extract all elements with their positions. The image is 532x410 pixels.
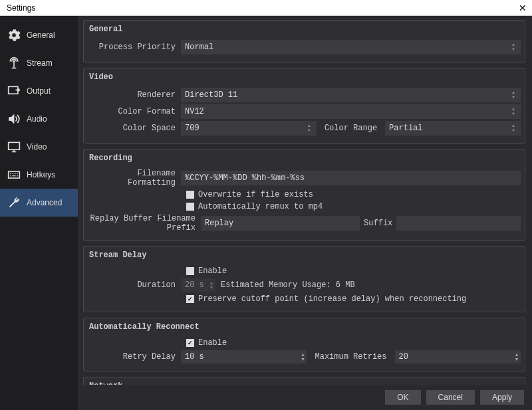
- section-recording: Recording Filename Formatting Overwrite …: [83, 149, 525, 241]
- label-overwrite: Overwrite if file exists: [198, 190, 313, 199]
- spin-max-retries[interactable]: ▲▼: [395, 350, 521, 363]
- input-replay-prefix[interactable]: [201, 216, 360, 231]
- section-title: Network: [88, 380, 521, 385]
- chevron-updown-icon: ▲▼: [513, 352, 521, 361]
- section-title: Stream Delay: [88, 249, 521, 264]
- antenna-icon: [7, 56, 21, 70]
- close-icon[interactable]: ✕: [517, 3, 528, 13]
- input-suffix[interactable]: [396, 216, 521, 231]
- row-enable-reconnect: Enable: [186, 338, 521, 348]
- section-title: Automatically Reconnect: [88, 321, 521, 336]
- label-mem-usage: Estimated Memory Usage: 6 MB: [221, 280, 355, 290]
- row-overwrite: Overwrite if file exists: [186, 190, 521, 199]
- select-color-space[interactable]: 709 ▲▼: [181, 121, 317, 136]
- row-color-format: Color Format NV12 ▲▼: [88, 104, 521, 119]
- select-color-range[interactable]: Partial ▲▼: [385, 121, 521, 136]
- sidebar-item-advanced[interactable]: Advanced: [0, 189, 78, 217]
- row-filename-formatting: Filename Formatting: [88, 169, 521, 187]
- chevron-updown-icon: ▲▼: [306, 124, 313, 133]
- label-suffix: Suffix: [360, 219, 396, 228]
- checkbox-enable-stream-delay[interactable]: [186, 267, 194, 275]
- sidebar-item-label: Video: [27, 142, 47, 152]
- apply-button[interactable]: Apply: [480, 390, 524, 405]
- select-value: Normal: [185, 43, 213, 52]
- label-color-range: Color Range: [321, 124, 381, 133]
- label-filename-formatting: Filename Formatting: [88, 169, 181, 187]
- wrench-icon: [7, 195, 21, 210]
- section-auto-reconnect: Automatically Reconnect Enable Retry Del…: [83, 318, 525, 371]
- label-duration: Duration: [88, 280, 181, 290]
- chevron-updown-icon: ▲▼: [510, 91, 517, 100]
- sidebar: General Stream Output Audio Video: [0, 16, 78, 410]
- cancel-button[interactable]: Cancel: [426, 390, 475, 405]
- sidebar-item-stream[interactable]: Stream: [0, 49, 78, 77]
- checkbox-enable-reconnect[interactable]: [186, 339, 194, 347]
- spin-duration[interactable]: ▲▼: [181, 278, 215, 292]
- chevron-updown-icon: ▲▼: [207, 280, 215, 290]
- sidebar-item-label: Advanced: [27, 198, 62, 207]
- label-replay-prefix: Replay Buffer Filename Prefix: [88, 214, 201, 233]
- gear-icon: [7, 28, 21, 43]
- keyboard-icon: [7, 167, 21, 182]
- label-enable: Enable: [198, 338, 227, 348]
- label-renderer: Renderer: [88, 90, 181, 100]
- checkbox-overwrite[interactable]: [186, 191, 194, 199]
- label-color-space: Color Space: [88, 124, 181, 133]
- spin-retry-delay[interactable]: ▲▼: [181, 350, 307, 363]
- select-renderer[interactable]: Direct3D 11 ▲▼: [181, 88, 521, 102]
- monitor-icon: [7, 140, 21, 154]
- sidebar-item-output[interactable]: Output: [0, 77, 78, 105]
- checkbox-preserve-cutoff[interactable]: [186, 295, 194, 303]
- row-remux: Automatically remux to mp4: [186, 202, 521, 211]
- svg-rect-3: [9, 171, 20, 178]
- titlebar: Settings ✕: [0, 0, 532, 16]
- window-title: Settings: [4, 3, 517, 13]
- label-process-priority: Process Priority: [88, 43, 181, 52]
- label-enable: Enable: [198, 266, 227, 276]
- section-video: Video Renderer Direct3D 11 ▲▼ Color Form…: [83, 68, 525, 144]
- select-value: 709: [185, 124, 200, 133]
- section-stream-delay: Stream Delay Enable Duration ▲▼ Estimate…: [83, 246, 525, 312]
- window-body: General Stream Output Audio Video: [0, 16, 532, 410]
- label-preserve-cutoff: Preserve cutoff point (increase delay) w…: [198, 294, 466, 304]
- label-retry-delay: Retry Delay: [88, 352, 181, 361]
- svg-rect-2: [9, 142, 20, 150]
- section-title: Recording: [88, 152, 521, 167]
- input-max-retries[interactable]: [395, 350, 513, 363]
- row-retry-delay: Retry Delay ▲▼ Maximum Retries ▲▼: [88, 350, 521, 363]
- label-max-retries: Maximum Retries: [311, 352, 390, 361]
- sidebar-item-general[interactable]: General: [0, 21, 78, 49]
- select-process-priority[interactable]: Normal ▲▼: [181, 40, 521, 54]
- chevron-updown-icon: ▲▼: [510, 124, 517, 133]
- content-panel: General Process Priority Normal ▲▼ Video…: [78, 16, 532, 410]
- sidebar-item-label: Hotkeys: [27, 170, 55, 179]
- row-renderer: Renderer Direct3D 11 ▲▼: [88, 88, 521, 102]
- sidebar-item-label: Audio: [27, 114, 47, 124]
- section-general: General Process Priority Normal ▲▼: [83, 20, 525, 62]
- checkbox-remux[interactable]: [186, 203, 194, 211]
- sidebar-item-hotkeys[interactable]: Hotkeys: [0, 161, 78, 189]
- ok-button[interactable]: OK: [385, 390, 420, 405]
- label-remux: Automatically remux to mp4: [198, 202, 323, 211]
- section-title: General: [88, 23, 521, 38]
- section-network: Network Bind to IP Default ▲▼ Dynamicall…: [83, 377, 525, 385]
- speaker-icon: [7, 112, 21, 126]
- row-enable-stream-delay: Enable: [186, 266, 521, 276]
- sidebar-item-video[interactable]: Video: [0, 133, 78, 161]
- sidebar-item-label: General: [27, 31, 55, 40]
- label-color-format: Color Format: [88, 107, 181, 116]
- chevron-updown-icon: ▲▼: [510, 43, 517, 52]
- select-color-format[interactable]: NV12 ▲▼: [181, 104, 521, 119]
- chevron-updown-icon: ▲▼: [510, 108, 517, 116]
- row-color-space-range: Color Space 709 ▲▼ Color Range Partial ▲…: [88, 121, 521, 136]
- row-replay-buffer: Replay Buffer Filename Prefix Suffix: [88, 214, 521, 233]
- select-value: Partial: [389, 124, 422, 133]
- input-filename-formatting[interactable]: [181, 171, 521, 185]
- input-retry-delay[interactable]: [181, 350, 299, 363]
- input-duration[interactable]: [181, 278, 207, 292]
- scroll-area[interactable]: General Process Priority Normal ▲▼ Video…: [78, 16, 532, 385]
- section-title: Video: [88, 71, 521, 86]
- row-duration: Duration ▲▼ Estimated Memory Usage: 6 MB: [88, 278, 521, 292]
- sidebar-item-audio[interactable]: Audio: [0, 105, 78, 133]
- sidebar-item-label: Output: [27, 86, 51, 96]
